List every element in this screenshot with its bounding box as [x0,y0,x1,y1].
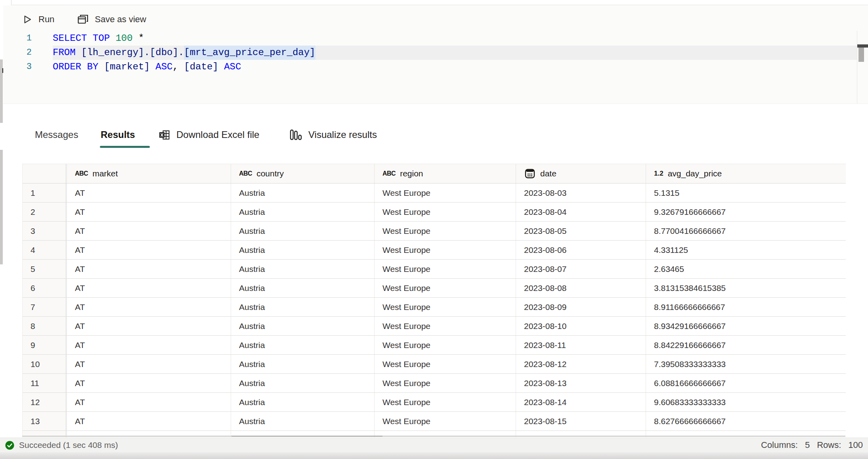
run-icon [21,13,33,25]
cell-region[interactable]: West Europe [375,203,516,221]
cell-country[interactable]: Austria [231,260,375,278]
cell-avg-day-price[interactable]: 4.331125 [646,241,846,259]
table-hscrollbar-thumb[interactable] [231,436,382,437]
header-date[interactable]: date [516,164,646,183]
cell-country[interactable]: Austria [231,374,375,392]
cell-market[interactable]: AT [67,222,231,240]
cell-row-number[interactable]: 9 [23,336,67,354]
header-region[interactable]: ABC region [375,164,516,183]
cell-country[interactable]: Austria [231,355,375,373]
cell-market[interactable]: AT [67,203,231,221]
cell-avg-day-price[interactable]: 8.93429166666667 [646,317,846,335]
cell-row-number[interactable]: 12 [23,393,67,411]
cell-country[interactable]: Austria [231,317,375,335]
header-avg-day-price[interactable]: 1.2 avg_day_price [646,164,846,183]
cell-avg-day-price[interactable]: 8.84229166666667 [646,336,846,354]
cell-row-number[interactable]: 4 [23,241,67,259]
page-scrollbar-thumb[interactable] [0,59,3,264]
cell-market[interactable]: AT [67,374,231,392]
header-market[interactable]: ABC market [67,164,231,183]
cell-row-number[interactable]: 8 [23,317,67,335]
cell-date[interactable]: 2023-08-11 [516,336,646,354]
cell-date[interactable]: 2023-08-12 [516,355,646,373]
cell-avg-day-price[interactable]: 7.39508333333333 [646,355,846,373]
cell-country[interactable]: Austria [231,393,375,411]
cell-region[interactable]: West Europe [375,241,516,259]
run-button[interactable]: Run [21,13,54,25]
cell-country[interactable]: Austria [231,412,375,430]
cell-region[interactable]: West Europe [375,393,516,411]
cell-date[interactable]: 2023-08-03 [516,184,646,202]
tab-results[interactable]: Results [101,123,135,147]
editor-scrollbar-thumb[interactable] [858,48,864,62]
cell-market[interactable]: AT [67,355,231,373]
visualize-results-button[interactable]: Visualize results [289,123,377,147]
cell-market[interactable]: AT [67,241,231,259]
cell-date[interactable]: 2023-08-10 [516,317,646,335]
cell-avg-day-price[interactable]: 5.1315 [646,184,846,202]
cell-avg-day-price[interactable]: 6.08816666666667 [646,374,846,392]
text-type-icon: ABC [75,170,88,177]
code-line[interactable]: 2FROM [lh_energy].[dbo].[mrt_avg_price_p… [3,46,857,60]
cell-country[interactable]: Austria [231,203,375,221]
cell-country[interactable]: Austria [231,336,375,354]
table-hscrollbar-track[interactable] [22,436,845,437]
cell-market[interactable]: AT [67,279,231,297]
cell-country[interactable]: Austria [231,222,375,240]
cell-market[interactable]: AT [67,298,231,316]
cell-date[interactable]: 2023-08-15 [516,412,646,430]
cell-date[interactable]: 2023-08-08 [516,279,646,297]
cell-row-number[interactable]: 11 [23,374,67,392]
editor-scrollbar-track[interactable] [857,31,868,103]
cell-region[interactable]: West Europe [375,317,516,335]
cell-region[interactable]: West Europe [375,355,516,373]
cell-region[interactable]: West Europe [375,412,516,430]
cell-region[interactable]: West Europe [375,298,516,316]
cell-row-number[interactable]: 5 [23,260,67,278]
cell-market[interactable]: AT [67,317,231,335]
cell-avg-day-price[interactable]: 8.62766666666667 [646,412,846,430]
cell-row-number[interactable]: 10 [23,355,67,373]
cell-date[interactable]: 2023-08-14 [516,393,646,411]
cell-region[interactable]: West Europe [375,336,516,354]
cell-row-number[interactable]: 6 [23,279,67,297]
cell-avg-day-price[interactable]: 9.32679166666667 [646,203,846,221]
cell-avg-day-price[interactable]: 2.63465 [646,260,846,278]
cell-date[interactable]: 2023-08-13 [516,374,646,392]
cell-avg-day-price[interactable]: 8.77004166666667 [646,222,846,240]
cell-date[interactable]: 2023-08-07 [516,260,646,278]
tab-messages[interactable]: Messages [35,123,78,147]
cell-avg-day-price[interactable]: 8.91166666666667 [646,298,846,316]
cell-country[interactable]: Austria [231,279,375,297]
cell-country[interactable]: Austria [231,241,375,259]
download-excel-button[interactable]: Download Excel file [158,123,259,147]
cell-date[interactable]: 2023-08-04 [516,203,646,221]
cell-date[interactable]: 2023-08-09 [516,298,646,316]
cell-row-number[interactable]: 3 [23,222,67,240]
cell-row-number[interactable]: 7 [23,298,67,316]
cell-date[interactable]: 2023-08-05 [516,222,646,240]
cell-row-number[interactable]: 1 [23,184,67,202]
cell-market[interactable]: AT [67,184,231,202]
cell-market[interactable]: AT [67,260,231,278]
save-as-view-button[interactable]: Save as view [76,13,146,26]
cell-country[interactable]: Austria [231,184,375,202]
cell-region[interactable]: West Europe [375,260,516,278]
cell-row-number[interactable]: 2 [23,203,67,221]
cell-region[interactable]: West Europe [375,222,516,240]
header-row-number[interactable] [23,164,67,183]
cell-region[interactable]: West Europe [375,184,516,202]
cell-region[interactable]: West Europe [375,374,516,392]
cell-row-number[interactable]: 13 [23,412,67,430]
cell-market[interactable]: AT [67,412,231,430]
code-line[interactable]: 3ORDER BY [market] ASC, [date] ASC [3,60,857,74]
cell-avg-day-price[interactable]: 9.60683333333333 [646,393,846,411]
header-country[interactable]: ABC country [231,164,375,183]
cell-market[interactable]: AT [67,336,231,354]
code-line[interactable]: 1SELECT TOP 100 * [3,31,857,46]
cell-market[interactable]: AT [67,393,231,411]
cell-date[interactable]: 2023-08-06 [516,241,646,259]
cell-avg-day-price[interactable]: 3.81315384615385 [646,279,846,297]
cell-country[interactable]: Austria [231,298,375,316]
cell-region[interactable]: West Europe [375,279,516,297]
